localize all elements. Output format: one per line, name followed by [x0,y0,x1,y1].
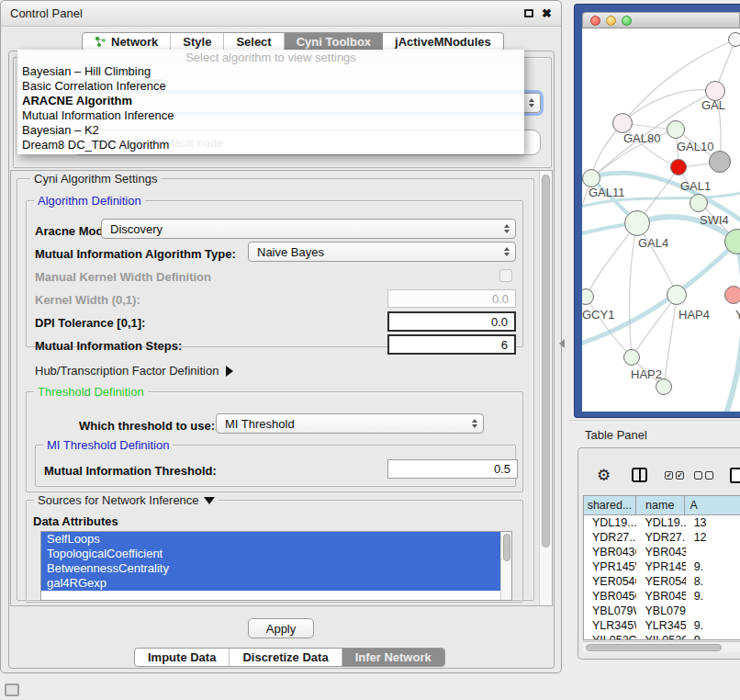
which-threshold-label: Which threshold to use: [79,419,215,433]
tab-discretize-data[interactable]: Discretize Data [230,649,342,666]
mi-threshold-field[interactable]: 0.5 [387,459,518,479]
mi-type-label: Mutual Information Algorithm Type: [35,247,236,261]
tab-network-label: Network [111,35,158,49]
tab-jactivemnodules[interactable]: jActiveMNodules [383,33,503,51]
collapsed-panel-icon[interactable] [5,683,19,696]
tab-cyni-toolbox[interactable]: Cyni Toolbox [285,33,383,51]
sources-group-title[interactable]: Sources for Network Inference [34,493,219,507]
table-row[interactable]: YBR043C YBR043C [584,545,740,559]
network-node[interactable] [728,32,740,47]
float-window-icon[interactable] [524,9,533,17]
attribute-item[interactable]: SelfLoops [41,532,502,547]
node-label: HAP2 [631,367,662,381]
list-scrollbar[interactable] [500,532,511,600]
threshold-definition-title: Threshold Definition [34,385,148,399]
table-row[interactable]: YPR145W YPR145W 9. [584,559,740,574]
node-label: Y [735,308,740,322]
mi-type-select[interactable]: Naive Bayes [248,242,516,262]
network-node-swi4[interactable] [690,194,708,212]
table-row[interactable]: YIL052C YIL052C 9. [584,633,740,640]
aracne-mode-select[interactable]: Discovery [101,219,516,239]
select-all-columns-icon[interactable]: ✓✓ [665,471,684,480]
data-attributes-list: SelfLoops TopologicalCoefficient Between… [40,531,512,601]
which-threshold-select[interactable]: MI Threshold [216,413,484,434]
column-header-name[interactable]: name [636,496,685,515]
table-panel-window: ⚙ ✓✓ shared... name A YDL19... YDL19... … [577,447,740,660]
table-row[interactable]: YBR045C YBR045C 9. [584,589,740,604]
node-label: GAL80 [623,131,660,145]
combo-stepper-icon [504,243,510,261]
combo-stepper-icon [472,414,477,433]
kernel-width-label: Kernel Width (0,1): [35,293,140,307]
mi-threshold-label: Mutual Information Threshold: [44,464,217,478]
hub-section-toggle[interactable]: Hub/Transcription Factor Definition [35,364,233,378]
cyni-algorithm-settings-title: Cyni Algorithm Settings [30,172,161,186]
attribute-item[interactable]: BetweennessCentrality [41,561,502,576]
network-node-gal10[interactable] [667,120,685,139]
algorithm-option-dream8[interactable]: Dream8 DC_TDC Algorithm [17,138,524,152]
mi-threshold-group-title: MI Threshold Definition [43,438,173,452]
table-row[interactable]: YER054C YER054C 8. [584,574,740,589]
network-canvas[interactable]: GAL GAL80 GAL10 GAL1 GAL11 SWI4 GAL4 GCY… [582,28,740,412]
table-row[interactable]: YBL079W YBL079W [584,604,740,618]
algorithm-option-bayesian-hill-climbing[interactable]: Bayesian – Hill Climbing [17,64,524,79]
deselect-all-columns-icon[interactable] [694,471,713,480]
control-panel-titlebar: Control Panel ✖ [1,1,561,27]
node-label: HAP4 [678,308,710,322]
collapsed-arrow-icon [226,366,233,377]
node-label: GAL4 [638,236,668,250]
mi-steps-field[interactable]: 6 [387,334,516,355]
table-panel-title: Table Panel [585,428,647,442]
table-row[interactable]: YDR27... YDR27... 12 [584,530,740,545]
kernel-width-field[interactable]: 0.0 [387,289,516,308]
dropdown-placeholder: Select algorithm to view settings [17,50,524,64]
network-node[interactable] [724,286,740,304]
manual-kernel-label: Manual Kernel Width Definition [35,270,211,284]
dpi-tolerance-field[interactable]: 0.0 [387,311,516,332]
apply-button[interactable]: Apply [248,618,314,638]
close-icon[interactable]: ✖ [542,7,552,19]
network-node[interactable] [709,151,731,173]
zoom-traffic-light-icon[interactable] [622,16,632,26]
control-panel-window: Control Panel ✖ Network Style Select Cyn… [0,0,562,673]
panel-divider [569,420,740,421]
cyni-toolbox-panel: Inference Algorithm gal4filtered.sif def… [8,51,555,669]
table-horizontal-scrollbar[interactable] [583,641,740,652]
algorithm-option-mutual-information[interactable]: Mutual Information Inference [17,108,524,123]
node-table: shared... name A YDL19... YDL19... 13 YD… [583,495,740,640]
tab-network[interactable]: Network [83,33,171,51]
network-node-gal80[interactable] [612,113,633,133]
manual-kernel-checkbox[interactable] [499,269,512,282]
algorithm-option-basic-correlation[interactable]: Basic Correlation Inference [17,79,524,94]
combo-stepper-icon [504,220,510,238]
table-row[interactable]: YDL19... YDL19... 13 [584,515,740,530]
tab-infer-network[interactable]: Infer Network [342,649,444,666]
attribute-item[interactable]: TopologicalCoefficient [41,547,502,561]
algorithm-option-bayesian-k2[interactable]: Bayesian – K2 [17,123,524,138]
network-node-hap4[interactable] [667,285,687,305]
node-label: GAL1 [680,179,711,193]
column-header-shared[interactable]: shared... [584,496,636,515]
table-row[interactable]: YLR345W YLR345W 9. [584,618,740,633]
data-attributes-label: Data Attributes [33,514,118,528]
network-node-hap2[interactable] [623,349,640,366]
dpi-tolerance-label: DPI Tolerance [0,1]: [35,316,145,330]
split-pane-arrow-icon[interactable] [559,339,565,348]
settings-scrollbar[interactable] [539,171,552,605]
network-window-titlebar[interactable] [582,12,740,28]
minimize-traffic-light-icon[interactable] [606,16,616,26]
tab-select[interactable]: Select [224,33,284,51]
algorithm-option-aracne[interactable]: ARACNE Algorithm [17,94,524,108]
tab-impute-data[interactable]: Impute Data [135,649,230,666]
network-node-gal4[interactable] [624,210,650,236]
close-traffic-light-icon[interactable] [590,16,600,26]
new-table-icon[interactable] [730,468,740,483]
gear-icon[interactable]: ⚙ [597,466,611,485]
network-node-gal11[interactable] [582,169,600,187]
network-node-gal1[interactable] [670,159,687,175]
algorithm-dropdown-popup: Select algorithm to view settings Bayesi… [17,50,524,154]
columns-icon[interactable] [632,468,647,482]
column-header-clipped[interactable]: A [685,496,740,515]
attribute-item[interactable]: gal4RGexp [41,576,502,591]
tab-style[interactable]: Style [171,33,224,51]
